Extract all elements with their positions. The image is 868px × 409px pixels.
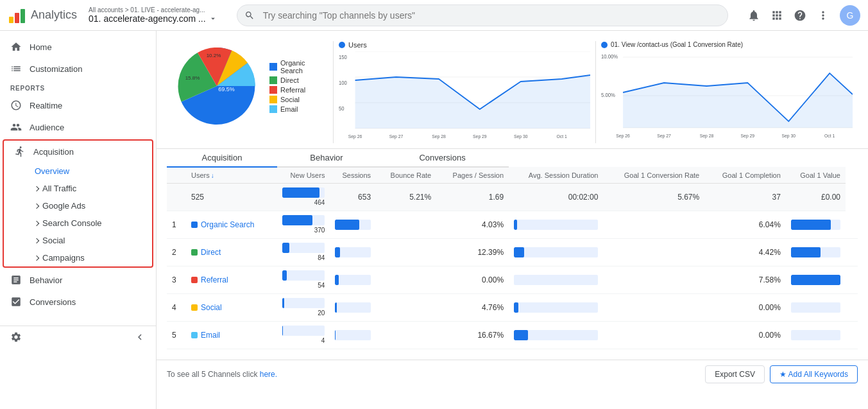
users-chart-box: Users 150 100 50 Sep 26 Sep 27 <box>334 41 596 143</box>
row2-goal1-value <box>846 239 858 266</box>
sidebar-item-campaigns[interactable]: Campaigns <box>30 249 152 266</box>
row1-new-users <box>330 211 376 239</box>
col-goal1-value[interactable]: Goal 1 Value <box>786 167 846 184</box>
row4-pages <box>509 294 603 322</box>
svg-rect-2 <box>21 9 25 23</box>
sidebar-item-social[interactable]: Social <box>30 232 152 249</box>
row1-bounce: 4.03% <box>436 211 509 239</box>
organic-search-link[interactable]: Organic Search <box>191 220 272 229</box>
total-goal1-rate: 5.67% <box>603 184 704 211</box>
collapse-icon[interactable] <box>134 331 146 343</box>
row2-channel: Direct <box>186 239 277 266</box>
sidebar-item-behavior[interactable]: Behavior <box>0 269 156 291</box>
row5-users: 4 <box>277 322 330 349</box>
pie-legend: Organic Search Direct Referral Soci <box>269 59 328 115</box>
account-selector[interactable]: All accounts > 01. LIVE - accelerate-ag.… <box>89 6 217 24</box>
footer-here-link[interactable]: here. <box>260 370 277 379</box>
avatar[interactable]: G <box>840 5 860 26</box>
row4-goal1-rate: 0.00% <box>704 294 786 322</box>
svg-marker-24 <box>623 73 853 128</box>
apps-icon[interactable] <box>770 9 783 22</box>
legend-dot-organic <box>269 63 277 71</box>
realtime-icon <box>10 100 22 111</box>
row3-avg-session <box>603 266 704 294</box>
referral-label: Referral <box>201 275 228 284</box>
search-area <box>237 4 728 26</box>
row4-rank: 4 <box>167 294 186 322</box>
users-line-chart: 150 100 50 Sep 26 Sep 27 Sep 28 Sep 29 <box>339 51 590 141</box>
sidebar-item-conversions[interactable]: Conversions <box>0 291 156 313</box>
users-chart-label: Users <box>339 41 590 49</box>
row4-goal1-bar <box>786 294 846 322</box>
arrow-right-icon-5 <box>34 255 39 260</box>
col-goal1-completion[interactable]: Goal 1 Completion <box>704 167 786 184</box>
col-new-users[interactable]: New Users <box>277 167 330 184</box>
sidebar-item-acquisition[interactable]: Acquisition <box>4 141 152 162</box>
total-goal1-value: £0.00 <box>786 184 846 211</box>
email-link[interactable]: Email <box>191 331 272 340</box>
pie-label-102: 10.2% <box>207 53 221 58</box>
search-input[interactable] <box>237 4 728 26</box>
help-icon[interactable] <box>794 9 806 22</box>
svg-text:5.00%: 5.00% <box>601 91 615 98</box>
svg-text:100: 100 <box>339 79 347 86</box>
sidebar-item-customization[interactable]: Customization <box>0 58 156 80</box>
row3-sessions <box>376 266 436 294</box>
add-keywords-button[interactable]: ★ Add All Keywords <box>770 365 858 383</box>
pie-chart-box: 69.5% 15.8% 10.2% Organic Search <box>167 41 334 143</box>
row1-rank: 1 <box>167 211 186 239</box>
table-row: 5 Email 4 <box>167 322 858 349</box>
total-bounce: 5.21% <box>376 184 436 211</box>
row3-channel: Referral <box>186 266 277 294</box>
svg-text:Oct 1: Oct 1 <box>824 132 835 139</box>
home-icon <box>10 41 22 53</box>
svg-text:Sep 29: Sep 29 <box>741 132 755 139</box>
svg-text:150: 150 <box>339 53 347 60</box>
svg-text:Sep 27: Sep 27 <box>657 132 671 139</box>
referral-link[interactable]: Referral <box>191 275 272 284</box>
settings-icon[interactable] <box>10 331 22 343</box>
legend-social: Social <box>269 96 328 103</box>
users-dot-icon <box>339 42 345 48</box>
export-csv-button[interactable]: Export CSV <box>705 365 765 383</box>
total-users: 525 <box>186 184 277 211</box>
notification-icon[interactable] <box>747 9 760 22</box>
row2-avg-session <box>603 239 704 266</box>
social-link[interactable]: Social <box>191 303 272 312</box>
sidebar-item-overview[interactable]: Overview <box>30 162 152 180</box>
more-icon[interactable] <box>817 9 830 22</box>
row2-new-users <box>330 239 376 266</box>
table-row: 1 Organic Search 370 <box>167 211 858 239</box>
col-sessions[interactable]: Sessions <box>330 167 376 184</box>
row5-goal1-bar <box>786 322 846 349</box>
row3-users: 54 <box>277 266 330 294</box>
col-bounce-rate[interactable]: Bounce Rate <box>376 167 436 184</box>
col-goal1-rate[interactable]: Goal 1 Conversion Rate <box>603 167 704 184</box>
legend-dot-direct <box>269 76 277 84</box>
conversions-header: Conversions <box>376 149 509 167</box>
row2-users: 84 <box>277 239 330 266</box>
col-avg-session[interactable]: Avg. Session Duration <box>509 167 603 184</box>
direct-link[interactable]: Direct <box>191 248 272 257</box>
customization-icon <box>10 63 22 74</box>
legend-dot-referral <box>269 86 277 94</box>
col-pages-session[interactable]: Pages / Session <box>436 167 509 184</box>
svg-rect-1 <box>15 13 19 23</box>
svg-text:Sep 29: Sep 29 <box>473 133 487 139</box>
sidebar-item-realtime[interactable]: Realtime <box>0 94 156 116</box>
sidebar-item-all-traffic[interactable]: All Traffic <box>30 180 152 197</box>
sidebar-item-audience[interactable]: Audience <box>0 116 156 138</box>
row3-bounce: 0.00% <box>436 266 509 294</box>
acquisition-submenu: Overview All Traffic Google Ads Search C… <box>4 162 152 266</box>
col-channel[interactable]: Users ↓ <box>186 167 277 184</box>
social-label: Social <box>201 303 222 312</box>
sidebar-item-google-ads[interactable]: Google Ads <box>30 197 152 214</box>
legend-dot-social <box>269 96 277 103</box>
sidebar-item-home[interactable]: Home <box>0 36 156 58</box>
account-name[interactable]: 01. accelerate-agency.com ... <box>89 13 217 24</box>
total-rank <box>167 184 186 211</box>
row3-goal1-value <box>846 266 858 294</box>
sidebar-item-search-console[interactable]: Search Console <box>30 214 152 232</box>
row1-avg-session <box>603 211 704 239</box>
row1-goal1-bar <box>786 211 846 239</box>
